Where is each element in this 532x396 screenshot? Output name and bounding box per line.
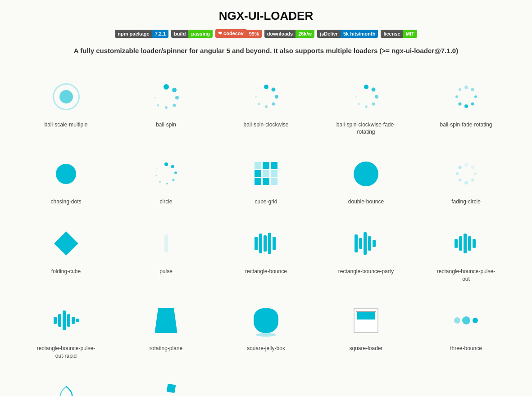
loader-icon-pulse bbox=[148, 225, 184, 261]
svg-point-32 bbox=[164, 162, 168, 166]
loader-folding-cube: folding-cube bbox=[18, 216, 114, 289]
svg-point-15 bbox=[258, 89, 259, 90]
loader-icon-three-bounce bbox=[448, 302, 484, 338]
svg-point-50 bbox=[471, 166, 474, 169]
svg-point-6 bbox=[155, 97, 156, 99]
svg-point-12 bbox=[265, 105, 268, 108]
loader-icon-ball-spin-clockwise-fade-rotating bbox=[348, 79, 384, 115]
svg-rect-57 bbox=[164, 234, 168, 252]
svg-point-81 bbox=[473, 318, 478, 323]
svg-rect-73 bbox=[54, 317, 57, 324]
svg-rect-60 bbox=[264, 235, 267, 252]
loader-fading-circle: fading-circle bbox=[418, 147, 514, 212]
loader-icon-ball-spin-fade-rotating bbox=[448, 79, 484, 115]
codecov-badge[interactable]: ❤ codecov 99% bbox=[215, 29, 262, 38]
svg-rect-67 bbox=[373, 240, 376, 247]
loader-label: ball-scale-multiple bbox=[44, 121, 87, 129]
svg-point-56 bbox=[458, 166, 461, 169]
svg-rect-42 bbox=[271, 162, 277, 169]
loader-label: rectangle-bounce-party bbox=[338, 268, 394, 275]
svg-point-37 bbox=[159, 181, 161, 183]
svg-point-28 bbox=[464, 104, 468, 108]
loader-icon-double-bounce bbox=[348, 156, 384, 192]
svg-point-4 bbox=[165, 106, 168, 109]
svg-point-55 bbox=[456, 172, 459, 175]
svg-point-30 bbox=[455, 95, 458, 98]
loader-circle: circle bbox=[118, 147, 214, 212]
svg-point-17 bbox=[371, 87, 375, 91]
jsdelivr-badge[interactable]: jsDelivr 5k hits/month bbox=[317, 29, 378, 38]
svg-rect-61 bbox=[268, 233, 271, 254]
svg-rect-69 bbox=[459, 236, 462, 251]
loader-cube-grid: cube-grid bbox=[218, 147, 314, 212]
svg-rect-66 bbox=[368, 236, 371, 251]
svg-point-14 bbox=[255, 96, 257, 98]
svg-rect-82 bbox=[166, 384, 176, 393]
svg-point-39 bbox=[156, 167, 158, 169]
loader-icon-circle bbox=[148, 156, 184, 192]
svg-point-18 bbox=[375, 95, 378, 99]
svg-point-2 bbox=[175, 96, 179, 99]
svg-rect-41 bbox=[263, 162, 269, 169]
loader-icon-chasing-dots bbox=[48, 156, 84, 192]
svg-rect-48 bbox=[271, 178, 277, 185]
svg-point-21 bbox=[358, 103, 360, 105]
loader-label: pulse bbox=[159, 268, 173, 275]
svg-point-3 bbox=[173, 104, 176, 107]
svg-rect-70 bbox=[464, 234, 467, 253]
svg-point-16 bbox=[364, 85, 368, 89]
svg-point-35 bbox=[172, 179, 174, 181]
loader-icon-fading-circle bbox=[448, 156, 484, 192]
svg-point-26 bbox=[474, 95, 477, 98]
loader-label: double-bounce bbox=[348, 198, 384, 206]
loader-label: ball-spin-clockwise bbox=[243, 121, 288, 129]
svg-point-13 bbox=[258, 103, 260, 105]
svg-point-29 bbox=[458, 102, 461, 105]
svg-point-31 bbox=[459, 88, 461, 91]
svg-rect-76 bbox=[67, 314, 70, 327]
svg-point-11 bbox=[272, 102, 275, 105]
svg-rect-71 bbox=[468, 236, 471, 251]
loader-label: fading-circle bbox=[451, 198, 481, 206]
downloads-badge[interactable]: downloads 26k/w bbox=[264, 29, 314, 38]
license-badge[interactable]: license MIT bbox=[381, 29, 417, 38]
svg-point-49 bbox=[464, 163, 468, 166]
loader-label: square-jelly-box bbox=[247, 345, 285, 352]
npm-badge[interactable]: npm package 7.2.1 bbox=[115, 29, 168, 38]
loader-icon-square-jelly-box bbox=[248, 302, 284, 338]
svg-point-0 bbox=[164, 84, 169, 90]
loader-ball-spin-fade-rotating: ball-spin-fade-rotating bbox=[418, 70, 514, 143]
loader-label: ball-spin-fade-rotating bbox=[440, 121, 492, 129]
svg-point-34 bbox=[174, 171, 177, 174]
loader-ball-scale-multiple: ball-scale-multiple bbox=[18, 70, 114, 143]
svg-point-22 bbox=[355, 96, 357, 98]
svg-point-53 bbox=[464, 181, 468, 184]
loader-three-strings: three-strings bbox=[18, 371, 114, 396]
loader-label: chasing-dots bbox=[50, 198, 81, 206]
loader-rectangle-bounce-pulse-out: rectangle-bounce-pulse-out bbox=[418, 216, 514, 289]
loader-wandering-cubes: wandering-cubes bbox=[118, 371, 214, 396]
svg-point-8 bbox=[264, 85, 268, 89]
svg-point-9 bbox=[271, 87, 275, 91]
loader-three-bounce: three-bounce bbox=[418, 293, 514, 366]
svg-rect-58 bbox=[255, 237, 258, 250]
loader-icon-folding-cube bbox=[48, 225, 84, 261]
loader-ball-spin: ball-spin bbox=[118, 70, 214, 143]
svg-rect-78 bbox=[76, 319, 79, 322]
loader-icon-cube-grid bbox=[248, 156, 284, 192]
loader-label: rectangle-bounce bbox=[245, 268, 287, 275]
loader-icon-ball-spin-clockwise bbox=[248, 79, 284, 115]
svg-rect-43 bbox=[255, 170, 261, 177]
loader-icon-wandering-cubes bbox=[148, 380, 184, 396]
loader-label: folding-cube bbox=[51, 268, 81, 275]
svg-point-10 bbox=[275, 95, 278, 99]
loader-label: rectangle-bounce-pulse-out bbox=[437, 268, 495, 283]
svg-rect-77 bbox=[72, 317, 75, 324]
build-badge[interactable]: build passing bbox=[171, 29, 213, 38]
loader-label: circle bbox=[159, 198, 172, 206]
svg-point-20 bbox=[365, 105, 368, 108]
svg-point-19 bbox=[372, 102, 375, 105]
svg-point-25 bbox=[471, 88, 474, 91]
loader-label: ball-spin bbox=[156, 121, 176, 129]
svg-rect-65 bbox=[364, 232, 367, 255]
